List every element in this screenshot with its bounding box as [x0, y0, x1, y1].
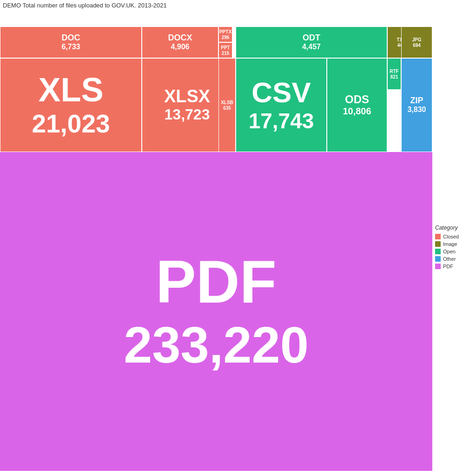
- tile-rtf-value: 821: [390, 74, 398, 79]
- tile-xlsx-label: XLSX: [164, 87, 210, 106]
- tile-jpg-value: 694: [413, 43, 421, 48]
- legend-label-other: Other: [443, 256, 456, 262]
- tile-odt-label: ODT: [303, 33, 320, 43]
- tile-csv-value: 17,743: [249, 108, 314, 133]
- legend-title: Category: [435, 225, 473, 231]
- tile-ods: ODS 10,806: [327, 58, 387, 152]
- tile-doc: DOC 6,733: [0, 26, 142, 58]
- tile-xls: XLS 21,023: [0, 58, 142, 152]
- tile-pdf: PDF 233,220: [0, 152, 432, 471]
- tile-jpg: JPG 694: [401, 26, 432, 58]
- tile-pptx: PPTX 296: [218, 26, 232, 42]
- chart-title: DEMO Total number of files uploaded to G…: [0, 0, 476, 11]
- legend-swatch-other: [435, 256, 441, 262]
- tile-doc-value: 6,733: [61, 43, 80, 51]
- tile-xlsb-value: 635: [223, 106, 231, 111]
- legend-label-image: Image: [443, 241, 457, 247]
- tile-docx-value: 4,906: [171, 43, 189, 51]
- tile-zip-label: ZIP: [410, 96, 423, 106]
- tile-ppt-value: 215: [222, 51, 230, 56]
- tile-pdf-label: PDF: [156, 249, 277, 315]
- tile-pptx-value: 296: [222, 35, 230, 40]
- tile-ods-value: 10,806: [343, 106, 371, 117]
- legend: Category Closed Image Open Other PDF: [432, 11, 476, 471]
- treemap: PDF 233,220 DOC 6,733 XLS 21,023 DOCX 4,…: [0, 11, 432, 471]
- tile-pdf-value: 233,220: [124, 315, 309, 374]
- tile-zip-value: 3,830: [407, 106, 426, 114]
- tile-xlsb-label: XLSB: [221, 100, 233, 106]
- legend-swatch-closed: [435, 234, 441, 239]
- tile-csv-label: CSV: [251, 77, 311, 108]
- legend-item-pdf: PDF: [435, 264, 473, 269]
- chart-area: PDF 233,220 DOC 6,733 XLS 21,023 DOCX 4,…: [0, 11, 476, 471]
- tile-csv: CSV 17,743: [236, 58, 327, 152]
- legend-item-other: Other: [435, 256, 473, 262]
- tile-xlsx-value: 13,723: [165, 106, 210, 123]
- tile-rtf: RTF 821: [387, 58, 401, 90]
- legend-label-closed: Closed: [443, 234, 459, 239]
- tile-pptx-label: PPTX: [219, 29, 231, 35]
- tile-zip: ZIP 3,830: [401, 58, 432, 152]
- tile-jpg-label: JPG: [412, 37, 421, 43]
- tile-ppt: PPT 215: [218, 42, 232, 58]
- tile-ppt-label: PPT: [221, 45, 230, 51]
- tile-xlsb: XLSB 635: [218, 58, 236, 152]
- legend-item-closed: Closed: [435, 234, 473, 239]
- legend-swatch-open: [435, 249, 441, 254]
- legend-label-pdf: PDF: [443, 264, 453, 269]
- tile-docx: DOCX 4,906: [142, 26, 218, 58]
- legend-swatch-pdf: [435, 264, 441, 269]
- legend-item-open: Open: [435, 249, 473, 254]
- tile-doc-label: DOC: [62, 33, 80, 43]
- legend-label-open: Open: [443, 249, 456, 254]
- legend-swatch-image: [435, 241, 441, 247]
- tile-odt-value: 4,457: [302, 43, 321, 51]
- tile-odt: ODT 4,457: [236, 26, 387, 58]
- tile-ods-label: ODS: [345, 93, 369, 106]
- tile-rtf-label: RTF: [390, 69, 398, 74]
- tile-docx-label: DOCX: [168, 33, 192, 43]
- tile-xls-value: 21,023: [32, 109, 110, 139]
- tile-xls-label: XLS: [38, 72, 103, 108]
- legend-item-image: Image: [435, 241, 473, 247]
